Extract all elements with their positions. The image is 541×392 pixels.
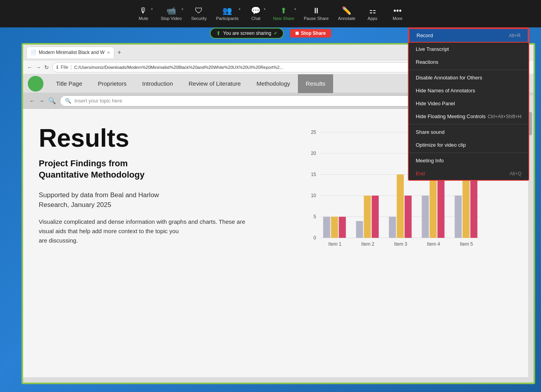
participants-button[interactable]: 👥 Participants ▾: [212, 4, 242, 23]
menu-item-end[interactable]: End Alt+Q: [409, 167, 528, 180]
menu-item-disable-annotation[interactable]: Disable Annotation for Others: [409, 71, 528, 84]
bar-item4-s3: [438, 179, 445, 238]
mute-icon: 🎙: [139, 7, 147, 14]
search-placeholder: Insert your topic here: [74, 98, 122, 104]
annotate-button[interactable]: ✏️ Annotate: [334, 4, 359, 23]
stop-share-button[interactable]: Stop Share: [290, 29, 331, 38]
svg-text:0: 0: [314, 235, 316, 241]
chat-button[interactable]: 💬 Chat ▾: [244, 4, 268, 23]
menu-item-optimize-video[interactable]: Optimize for video clip: [409, 138, 528, 151]
search-nav-icon[interactable]: 🔍: [48, 97, 56, 104]
refresh-button[interactable]: ↻: [44, 64, 49, 70]
participants-icon: 👥: [222, 7, 232, 14]
participants-caret: ▾: [239, 7, 240, 11]
svg-text:20: 20: [311, 151, 316, 156]
more-dropdown-menu: Record Alt+R Live Transcript Reactions D…: [408, 27, 529, 181]
active-tab[interactable]: 📄 Modern Minimalist Black and W ✕: [26, 47, 114, 58]
back-button[interactable]: ←: [27, 64, 32, 70]
forward-button[interactable]: →: [36, 64, 41, 70]
menu-item-hide-video-panel[interactable]: Hide Video Panel: [409, 97, 528, 110]
mute-button[interactable]: 🎙 Mute ▾: [132, 4, 155, 23]
more-icon: •••: [393, 7, 402, 14]
new-share-icon: ⬆: [280, 7, 287, 14]
bar-item1-s3: [339, 217, 346, 238]
video-icon: 📹: [166, 7, 176, 14]
svg-text:10: 10: [311, 193, 316, 198]
tab-close-button[interactable]: ✕: [107, 50, 110, 55]
menu-divider-3: [409, 153, 528, 153]
more-button[interactable]: ••• More: [386, 4, 409, 23]
svg-text:Item 3: Item 3: [394, 241, 408, 247]
menu-item-meeting-info[interactable]: Meeting Info: [409, 154, 528, 167]
new-share-button[interactable]: ⬆ New Share ▾: [269, 4, 298, 23]
apps-icon: ⚏: [369, 7, 376, 14]
bar-item2-s3: [372, 196, 379, 238]
pdf-icon: 📄: [31, 50, 36, 55]
content-left: Results Project Findings from Quantitati…: [39, 120, 259, 370]
bar-item3-s2: [397, 174, 404, 238]
bar-item3-s3: [405, 196, 412, 238]
stop-icon: [296, 32, 299, 35]
menu-item-record[interactable]: Record Alt+R: [409, 28, 528, 43]
sharing-dot: ⬆: [216, 30, 221, 36]
results-description: Visualize complicated and dense informat…: [39, 217, 259, 245]
stop-video-button[interactable]: 📹 Stop Video ▾: [157, 4, 186, 23]
menu-item-live-transcript[interactable]: Live Transcript: [409, 43, 528, 56]
results-source: Supported by data from Beal and Harlow R…: [39, 190, 259, 210]
sharing-shield-icon: ✔: [274, 31, 278, 36]
scrollbar-bottom[interactable]: [23, 377, 534, 383]
security-icon: 🛡: [195, 7, 203, 14]
annotate-icon: ✏️: [342, 7, 352, 14]
address-separator: |: [70, 65, 72, 70]
tab-title: Modern Minimalist Black and W: [39, 50, 105, 55]
svg-text:5: 5: [314, 214, 316, 219]
search-icon: 🔍: [65, 98, 71, 104]
svg-text:Item 4: Item 4: [427, 241, 440, 247]
menu-item-hide-floating-controls[interactable]: Hide Floating Meeting Controls Ctrl+Alt+…: [409, 110, 528, 123]
menu-divider-1: [409, 70, 528, 70]
forward-nav-icon[interactable]: →: [39, 98, 44, 104]
tab-methodology[interactable]: Methodology: [249, 74, 298, 93]
presentation-logo: [28, 76, 43, 92]
tab-review-of-literature[interactable]: Review of Literature: [181, 74, 249, 93]
pause-share-icon: ⏸: [312, 7, 320, 14]
chat-icon: 💬: [251, 7, 261, 14]
bar-item4-s1: [422, 196, 429, 238]
bar-item5-s1: [455, 196, 462, 238]
results-subtitle: Project Findings from Quantitative Metho…: [39, 158, 259, 180]
svg-text:Item 2: Item 2: [361, 241, 375, 247]
svg-text:25: 25: [311, 129, 316, 135]
new-share-caret: ▾: [294, 7, 296, 11]
new-tab-button[interactable]: +: [116, 49, 123, 56]
apps-button[interactable]: ⚏ Apps: [361, 4, 384, 23]
bar-item3-s1: [389, 217, 396, 238]
tab-title-page[interactable]: Title Page: [48, 74, 90, 93]
menu-item-share-sound[interactable]: Share sound: [409, 126, 528, 138]
sharing-indicator: ⬆ You are screen sharing ✔: [210, 28, 284, 39]
tab-introduction[interactable]: Introduction: [134, 74, 180, 93]
back-nav-icon[interactable]: ←: [29, 98, 35, 104]
tab-bar: 📄 Modern Minimalist Black and W ✕ +: [26, 47, 123, 58]
pause-share-button[interactable]: ⏸ Pause Share: [300, 4, 333, 23]
results-title: Results: [39, 124, 259, 152]
tab-proprietors[interactable]: Proprietors: [90, 74, 134, 93]
menu-divider-2: [409, 124, 528, 124]
svg-text:Item 5: Item 5: [460, 241, 473, 247]
file-label: File: [61, 65, 68, 70]
menu-item-hide-names[interactable]: Hide Names of Annotators: [409, 84, 528, 97]
url-text: C:/Users/moniz/Downloads/Modern%20Minima…: [74, 65, 283, 70]
menu-item-reactions[interactable]: Reactions: [409, 56, 528, 68]
bar-item2-s2: [364, 196, 371, 238]
mute-caret: ▾: [151, 7, 153, 11]
bar-item1-s2: [331, 217, 338, 238]
video-caret: ▾: [182, 7, 183, 11]
svg-text:Item 1: Item 1: [328, 241, 342, 247]
chat-caret: ▾: [264, 7, 265, 11]
bar-item1-s1: [323, 217, 330, 238]
zoom-toolbar: 🎙 Mute ▾ 📹 Stop Video ▾ 🛡 Security 👥 Par…: [0, 0, 541, 27]
tab-results[interactable]: Results: [298, 74, 333, 93]
svg-text:15: 15: [311, 172, 316, 177]
security-button[interactable]: 🛡 Security: [187, 4, 211, 23]
sharing-text: You are screen sharing: [223, 31, 271, 36]
bar-item2-s1: [356, 221, 363, 238]
